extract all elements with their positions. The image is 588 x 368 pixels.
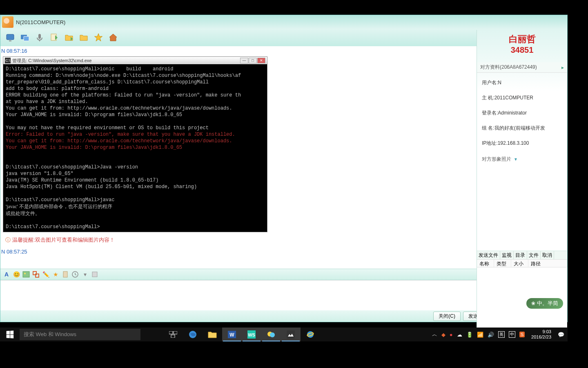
tray-ime2-icon[interactable]: 中 — [509, 331, 515, 338]
cmd-maximize-icon: □ — [249, 58, 257, 63]
webstorm-icon[interactable]: WS — [242, 328, 261, 341]
svg-rect-13 — [92, 272, 97, 277]
photos-icon[interactable] — [281, 328, 301, 341]
cmd-screenshot[interactable]: C:\ 管理员: C:\Windows\System32\cmd.exe — □… — [3, 56, 267, 232]
ft-tab-dir[interactable]: 目录 — [514, 251, 527, 259]
send-bar: 关闭(C) 发送(S) ▾ — [0, 310, 499, 322]
file-transfer-tabs: 发送文件 监视 目录 文件 取消 — [477, 251, 567, 259]
contact-info-header[interactable]: 对方资料(206A8A672449)▸ — [477, 62, 567, 73]
svg-rect-4 — [38, 34, 41, 39]
home-icon[interactable] — [107, 31, 120, 44]
voice-call-icon[interactable] — [33, 31, 46, 44]
folder-icon[interactable] — [77, 31, 90, 44]
tray-chevron-up-icon[interactable]: ︿ — [432, 331, 437, 338]
emoji-icon[interactable]: 😊 — [12, 270, 21, 279]
group-row: 组 名:我的好友(前端移动开发 — [482, 121, 562, 136]
svg-point-23 — [270, 332, 275, 337]
message-input[interactable] — [0, 280, 499, 310]
ft-tab-send[interactable]: 发送文件 — [477, 251, 500, 259]
close-button[interactable]: 关闭(C) — [433, 312, 461, 321]
svg-rect-0 — [7, 34, 14, 40]
ip-row: IP地址:192.168.3.100 — [482, 136, 562, 151]
tray-battery-icon[interactable]: 🔋 — [466, 332, 473, 338]
svg-rect-7 — [23, 272, 29, 277]
taskbar-clock[interactable]: 9:03 2016/2/23 — [529, 329, 554, 340]
svg-text:W: W — [229, 332, 234, 338]
cmd-close-icon: ✕ — [257, 58, 265, 63]
username-row: 用户名:N — [482, 75, 562, 90]
screen-share-icon[interactable] — [18, 31, 31, 44]
input-method-badge[interactable]: 中。半简 — [526, 298, 563, 309]
svg-point-8 — [24, 273, 26, 274]
info-icon: ⓘ — [5, 236, 11, 244]
ft-tab-monitor[interactable]: 监视 — [500, 251, 514, 259]
explorer-icon[interactable] — [203, 328, 222, 341]
taskbar-search-input[interactable]: 搜索 Web 和 Windows — [20, 329, 140, 340]
image-icon[interactable] — [22, 270, 31, 279]
contact-sidebar: 白丽哲 34851 对方资料(206A8A672449)▸ 用户名:N 主 机:… — [477, 30, 567, 337]
chat-app-icon[interactable] — [261, 328, 281, 341]
svg-text:WS: WS — [248, 332, 255, 337]
svg-rect-16 — [171, 335, 175, 338]
history-icon[interactable] — [71, 270, 80, 279]
message-timestamp: N 08:57:16 — [0, 46, 499, 56]
dropdown-icon: ▸ — [561, 65, 564, 70]
contact-info: 用户名:N 主 机:2011COMPUTER 登录名:Administrator… — [477, 73, 567, 153]
chat-window: N(2011COMPUTER) N 08:57:16 C:\ 管理员: C:\W… — [0, 15, 568, 322]
file-list — [477, 267, 567, 316]
svg-rect-15 — [174, 331, 177, 334]
attachment-icon[interactable] — [90, 270, 99, 279]
ie-icon[interactable] — [301, 328, 320, 341]
tray-record-icon[interactable]: ● — [450, 332, 453, 338]
svg-rect-1 — [9, 40, 11, 41]
system-tray: ︿ ◆ ● ☁ 🔋 📶 🔊 英 中 S 9:03 2016/2/23 💬 — [429, 329, 568, 340]
photo-section[interactable]: 对方形象照片▼ — [477, 153, 567, 165]
chevron-down-icon: ▼ — [514, 157, 518, 162]
word-icon[interactable]: W — [222, 328, 242, 341]
task-view-icon[interactable] — [163, 328, 183, 341]
contact-avatar-icon — [2, 16, 13, 28]
start-button[interactable] — [0, 328, 20, 341]
chat-titlebar[interactable]: N(2011COMPUTER) — [0, 15, 567, 29]
svg-rect-24 — [287, 330, 295, 339]
chat-title: N(2011COMPUTER) — [16, 19, 65, 25]
favorite-icon[interactable] — [92, 31, 105, 44]
file-table-header: 名称 类型 大小 路径 — [477, 259, 567, 267]
host-row: 主 机:2011COMPUTER — [482, 90, 562, 105]
font-icon[interactable]: A — [2, 270, 11, 279]
file-transfer-panel: 发送文件 监视 目录 文件 取消 名称 类型 大小 路径 中。半简 — [477, 251, 567, 337]
chat-message-area: N 08:57:16 C:\ 管理员: C:\Windows\System32\… — [0, 46, 499, 269]
cmd-output: D:\itcast\7.course\shoppingMall>ionic bu… — [3, 64, 267, 232]
more-icon[interactable]: ▾ — [80, 270, 89, 279]
tray-weather-icon[interactable]: ☁ — [457, 332, 462, 338]
send-file-icon[interactable] — [48, 31, 61, 44]
svg-rect-3 — [24, 36, 29, 41]
ft-tab-cancel[interactable]: 取消 — [541, 251, 554, 259]
svg-rect-11 — [63, 272, 67, 277]
format-toolbar: A 😊 ✏️ ★ ▾ 🔒 — [0, 269, 499, 280]
tray-ime1-icon[interactable]: 英 — [498, 331, 505, 338]
tray-wifi-icon[interactable]: 📶 — [477, 332, 483, 338]
star-icon[interactable]: ★ — [51, 270, 60, 279]
remote-desktop-icon[interactable] — [4, 31, 17, 44]
windows-logo-icon — [7, 331, 14, 339]
cmd-icon: C:\ — [5, 58, 11, 63]
cmd-minimize-icon: — — [240, 58, 248, 63]
send-folder-icon[interactable] — [62, 31, 76, 44]
tray-sogou-icon[interactable]: S — [519, 332, 525, 337]
image-tip: ⓘ 温馨提醒:双击图片可查看和编辑图片内容！ — [0, 233, 499, 247]
svg-rect-14 — [169, 331, 173, 334]
message-timestamp-2: N 08:57:25 — [0, 247, 499, 256]
ft-tab-file[interactable]: 文件 — [527, 251, 541, 259]
clipboard-icon[interactable] — [61, 270, 70, 279]
cmd-titlebar: C:\ 管理员: C:\Windows\System32\cmd.exe — □… — [3, 57, 267, 64]
login-row: 登录名:Administrator — [482, 105, 562, 121]
screenshot-icon[interactable] — [31, 270, 40, 279]
edit-icon[interactable]: ✏️ — [41, 270, 50, 279]
watermark: 白丽哲 34851 — [477, 30, 567, 62]
edge-icon[interactable] — [183, 328, 203, 341]
windows-taskbar: 搜索 Web 和 Windows W WS ︿ ◆ ● ☁ 🔋 📶 🔊 英 中 … — [0, 328, 568, 341]
tray-volume-icon[interactable]: 🔊 — [488, 332, 494, 338]
notifications-icon[interactable]: 💬 — [558, 332, 564, 338]
tray-security-icon[interactable]: ◆ — [441, 332, 445, 338]
